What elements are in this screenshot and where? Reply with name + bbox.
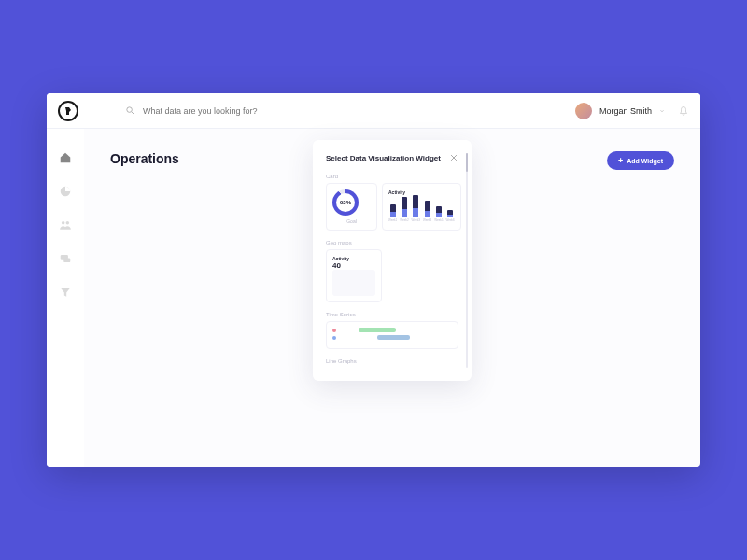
sidebar-item-home[interactable] — [59, 151, 72, 164]
gauge-value: 92% — [340, 200, 351, 205]
bar-chart: Week1 Week2 Week3 Week4 Week5 Week6 — [388, 198, 455, 222]
gauge-chart: 92% — [332, 189, 359, 216]
section-linegraph: Line Graphs — [326, 358, 458, 364]
user-menu[interactable]: Morgan Smith — [575, 103, 665, 119]
app-window: Morgan Smith Operations Add Widget Selec… — [47, 93, 700, 467]
close-icon[interactable] — [449, 153, 458, 162]
horse-icon — [63, 105, 74, 117]
scrollbar-thumb[interactable] — [466, 153, 468, 172]
add-widget-label: Add Widget — [627, 158, 663, 164]
widget-picker-modal: Select Data Visualization Widget Card 92… — [313, 140, 472, 381]
chevron-down-icon — [659, 108, 665, 114]
sidebar-item-messages[interactable] — [59, 252, 72, 265]
section-geomap: Geo maps Activity 40 — [326, 240, 458, 302]
sidebar-item-filter[interactable] — [59, 286, 72, 299]
add-widget-button[interactable]: Add Widget — [607, 151, 674, 170]
logo[interactable] — [58, 101, 78, 121]
section-card: Card 92% Goal Activity Week1 — [326, 174, 458, 231]
modal-header: Select Data Visualization Widget — [326, 153, 458, 162]
widget-option-gauge[interactable]: 92% Goal — [326, 183, 377, 231]
search-input[interactable] — [143, 106, 330, 116]
svg-point-4 — [66, 221, 70, 225]
modal-scrollbar[interactable] — [466, 153, 468, 368]
widget-option-barchart[interactable]: Activity Week1 Week2 Week3 Week4 Week5 W… — [382, 183, 461, 231]
widget-option-timeseries[interactable] — [326, 321, 458, 349]
widget-option-geomap[interactable]: Activity 40 — [326, 249, 382, 302]
svg-point-3 — [62, 221, 65, 225]
search-icon — [125, 105, 135, 116]
section-label: Time Series — [326, 312, 458, 317]
section-timeseries: Time Series — [326, 312, 458, 349]
search-area — [125, 105, 575, 116]
geomap-metric: 40 — [332, 261, 375, 270]
section-label: Card — [326, 174, 458, 179]
svg-line-1 — [132, 112, 134, 114]
body: Operations Add Widget Select Data Visual… — [47, 129, 700, 467]
topbar: Morgan Smith — [47, 93, 700, 129]
geo-map-preview — [332, 270, 375, 296]
user-name-label: Morgan Smith — [599, 106, 652, 116]
svg-rect-6 — [63, 258, 70, 262]
gauge-label: Goal — [332, 218, 371, 224]
sidebar — [47, 129, 84, 467]
modal-title: Select Data Visualization Widget — [326, 154, 441, 162]
section-label: Geo maps — [326, 240, 458, 245]
sidebar-item-analytics[interactable] — [59, 185, 72, 198]
sidebar-item-people[interactable] — [59, 218, 72, 231]
barchart-title: Activity — [388, 189, 455, 195]
notifications-icon[interactable] — [678, 105, 689, 117]
avatar — [575, 103, 592, 119]
main-content: Operations Add Widget Select Data Visual… — [84, 129, 700, 467]
svg-point-0 — [127, 107, 133, 113]
section-label: Line Graphs — [326, 358, 458, 364]
